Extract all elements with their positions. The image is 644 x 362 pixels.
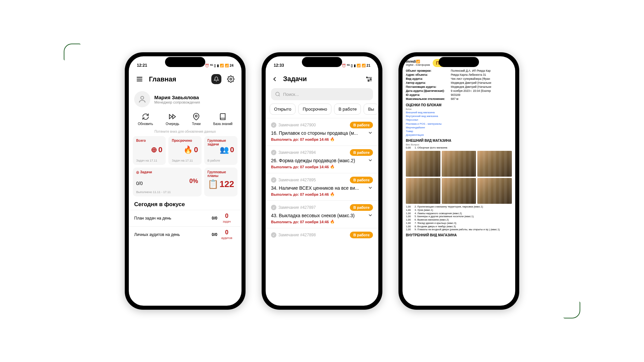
chevron-down-icon[interactable] — [368, 158, 373, 163]
profile-row[interactable]: Мария Завьялова Менеджер сопровождения — [129, 87, 241, 111]
quick-label: Очередь — [166, 122, 179, 126]
svg-point-13 — [368, 80, 369, 81]
phone-3: Imredi📶 Digital - платформа ПИВ&Ко Объек… — [398, 52, 519, 310]
map-pin-icon — [192, 113, 200, 121]
notifications-icon[interactable] — [211, 74, 221, 84]
status-icons: ⏰ ⁵ᴳ ▯ ▮ 📶 📶 24 — [205, 60, 233, 67]
task-item[interactable]: ✓Замечание #427898В работе — [266, 228, 378, 242]
flame-icon: 🔥 — [330, 165, 335, 169]
audit-info: Объект проверки:Полянский Д.А. ИП Ревда … — [406, 69, 512, 101]
task-due: Выполнить до: 07 ноября 14:46 🔥 — [271, 220, 373, 224]
svg-marker-5 — [173, 115, 175, 119]
chip-more[interactable]: Вы — [364, 104, 378, 115]
chevron-down-icon[interactable] — [368, 130, 373, 135]
flame-icon: 🔥 — [330, 137, 335, 141]
block-link[interactable]: Внешний вид магазина — [406, 111, 512, 114]
svg-marker-6 — [169, 115, 172, 119]
menu-icon[interactable] — [134, 74, 145, 84]
svg-point-3 — [230, 78, 232, 80]
page-title: Задачи — [283, 75, 362, 83]
block-link[interactable]: Мерчендайзинг — [406, 126, 512, 129]
question-row: 1,002. Прилегающая к магазину территория… — [406, 205, 512, 208]
task-item[interactable]: ✓Замечание #427897В работе43. Выкладка в… — [266, 200, 378, 228]
block-link[interactable]: Документация — [406, 133, 512, 137]
question-row: 1,008. Входная дверь и тамбур (макс.3) — [406, 225, 512, 228]
chip-overdue[interactable]: Просрочено — [298, 104, 331, 115]
block-link[interactable]: Реклама и POS - материалы — [406, 122, 512, 126]
svg-point-12 — [370, 78, 371, 79]
block-link[interactable]: Внутренний вид магазина — [406, 114, 512, 118]
task-due: Выполнить до: 07 ноября 14:46 🔥 — [271, 192, 373, 196]
task-item[interactable]: ✓Замечание #427894В работе26. Форма одеж… — [266, 145, 378, 173]
focus-title: Сегодня в фокусе — [129, 196, 241, 210]
settings-icon[interactable] — [225, 74, 236, 84]
task-title: 16. Прилавок со стороны продавца (м... — [271, 130, 373, 136]
fast-forward-icon — [168, 113, 176, 121]
target-icon: ⊕ — [151, 145, 157, 154]
card-total[interactable]: Всего ⊕0 Задач на 17.11 — [133, 136, 166, 165]
card-group-plans[interactable]: Групповые планы 📋122 — [204, 168, 237, 196]
task-title: 43. Выкладка весовых снеков (макс.3) — [271, 213, 373, 218]
section-exterior: ВНЕШНИЙ ВИД МАГАЗИНА — [406, 139, 512, 142]
status-badge: В работе — [350, 122, 373, 128]
task-due: Выполнить до: 07 ноября 14:46 🔥 — [271, 137, 373, 141]
check-icon: ✓ — [271, 232, 276, 238]
quick-refresh[interactable]: Обновить — [138, 113, 153, 126]
photo-thumb[interactable] — [442, 178, 476, 204]
photo-thumb[interactable] — [477, 178, 512, 204]
check-icon: ✓ — [271, 122, 276, 128]
book-icon — [219, 113, 227, 121]
quick-label: Точки — [192, 122, 201, 126]
task-id: Замечание #427897 — [278, 205, 348, 210]
question-row: 1,007. Фасад здания и крыльцо (макс.3) — [406, 222, 512, 225]
task-id: Замечание #427900 — [278, 123, 348, 127]
card-tasks[interactable]: ◎ Задачи 0/0 0% Выполнено 11.11 - 17.11 — [133, 168, 202, 196]
chip-in-progress[interactable]: В работе — [334, 104, 361, 115]
focus-row[interactable]: План задач на день 0/0 0задач — [129, 210, 241, 226]
question-row: 1,006. Вывеска магазина (макс.2) — [406, 218, 512, 222]
chevron-down-icon[interactable] — [368, 213, 373, 218]
quick-label: Обновить — [138, 122, 153, 126]
blocks-title: ОЦЕНКИ ПО БЛОКАМ — [406, 103, 512, 107]
focus-row[interactable]: Личных аудитов на день 0/0 0аудитов — [129, 226, 241, 243]
users-icon: 👥 — [220, 145, 229, 154]
photo-grid — [406, 151, 512, 204]
task-item[interactable]: ✓Замечание #427900В работе16. Прилавок с… — [266, 118, 378, 145]
svg-point-4 — [141, 96, 144, 99]
phone-1: 12:21 ⏰ ⁵ᴳ ▯ ▮ 📶 📶 24 Главная — [125, 52, 246, 310]
photo-thumb[interactable] — [406, 151, 440, 177]
brand-sub: Digital - платформа — [406, 63, 430, 66]
task-item[interactable]: ✓Замечание #427895В работе34. Наличие ВС… — [266, 173, 378, 200]
notch — [165, 57, 205, 67]
status-badge: В работе — [350, 204, 373, 211]
question-row: 1,009. Плакаты на входной двери (режим р… — [406, 228, 512, 231]
flame-icon: 🔥 — [330, 192, 335, 196]
quick-knowledge[interactable]: База знаний — [213, 113, 232, 126]
notch — [302, 57, 342, 67]
quick-points[interactable]: Точки — [192, 113, 201, 126]
quick-queue[interactable]: Очередь — [166, 113, 179, 126]
task-id: Замечание #427898 — [278, 233, 348, 237]
question-row: 0,001. Обзорные фото магазина — [406, 146, 512, 149]
task-id: Замечание #427894 — [278, 150, 348, 155]
page-title: Главная — [149, 75, 207, 83]
block-link[interactable]: Товар — [406, 129, 512, 133]
search-input[interactable]: Поиск... — [271, 88, 373, 100]
status-badge: В работе — [350, 232, 373, 238]
photo-thumb[interactable] — [442, 151, 476, 177]
section-interior: ВНУТРЕННИЙ ВИД МАГАЗИНА — [406, 233, 512, 237]
photo-thumb[interactable] — [406, 178, 440, 204]
phone-2: 12:33 ⏰ ⁵ᴳ ▯ ▮ 📶 📶 21 Задачи Поиск... От… — [262, 52, 382, 310]
chevron-down-icon[interactable] — [368, 185, 373, 190]
chip-open[interactable]: Открыто — [270, 104, 296, 115]
status-time: 12:21 — [137, 60, 147, 68]
filter-icon[interactable] — [366, 76, 373, 82]
back-icon[interactable] — [271, 75, 278, 83]
user-name: Мария Завьялова — [154, 95, 200, 100]
check-icon: ✓ — [271, 205, 276, 210]
block-link[interactable]: Персонал — [406, 118, 512, 122]
card-overdue[interactable]: Просрочено 🔥0 Задач на 17.11 — [168, 136, 201, 165]
photo-thumb[interactable] — [477, 151, 512, 177]
card-group-tasks[interactable]: Групповые задачи 👥0 В работе — [204, 136, 237, 165]
question-row: 1,004. Лампы наружного освещения (макс.2… — [406, 212, 512, 215]
